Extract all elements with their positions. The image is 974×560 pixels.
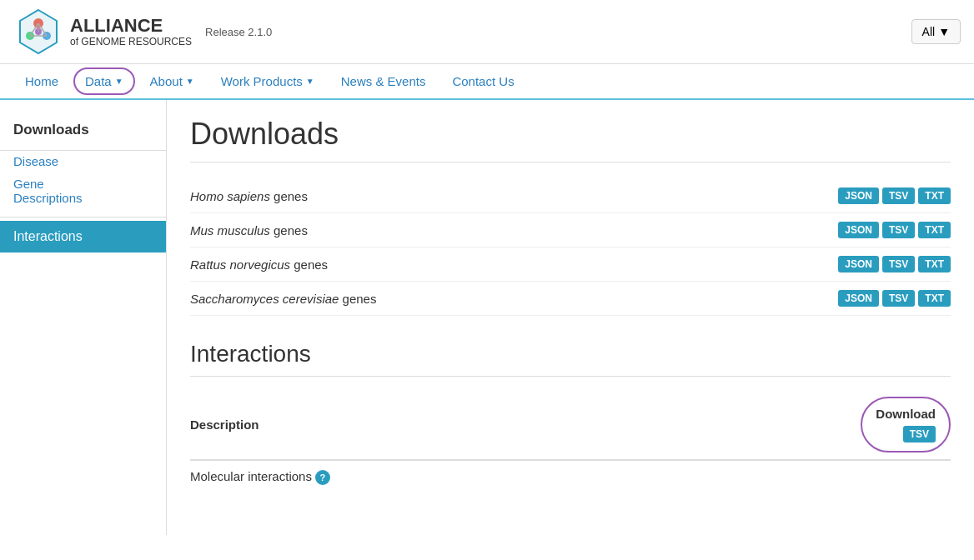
sidebar-item-interactions[interactable]: Interactions bbox=[0, 221, 166, 252]
all-label: All bbox=[922, 25, 936, 38]
nav-news-events-label: News & Events bbox=[341, 74, 426, 88]
gene-download-row: Homo sapiens genesJSONTSVTXT bbox=[190, 179, 951, 213]
main-layout: Downloads Disease GeneDescriptions Inter… bbox=[0, 100, 974, 535]
interactions-row-download bbox=[654, 460, 951, 493]
badge-tsv[interactable]: TSV bbox=[882, 256, 915, 272]
gene-download-row: Rattus norvegicus genesJSONTSVTXT bbox=[190, 248, 951, 282]
interactions-row-label: Molecular interactions? bbox=[190, 460, 654, 493]
badge-tsv[interactable]: TSV bbox=[882, 222, 915, 238]
help-icon[interactable]: ? bbox=[315, 470, 330, 485]
header-left: ALLIANCE of GENOME RESOURCES Release 2.1… bbox=[13, 7, 272, 57]
nav-contact-us-label: Contact Us bbox=[452, 74, 514, 88]
navbar: Home Data ▼ About ▼ Work Products ▼ News… bbox=[0, 64, 974, 100]
badge-txt[interactable]: TXT bbox=[918, 256, 951, 272]
gene-badge-group: JSONTSVTXT bbox=[838, 290, 951, 307]
gene-download-row: Mus musculus genesJSONTSVTXT bbox=[190, 213, 951, 248]
nav-about-label: About bbox=[150, 74, 183, 88]
gene-row-label: Saccharomyces cerevisiae genes bbox=[190, 292, 376, 306]
interactions-section: Interactions Description Download TSV bbox=[190, 341, 951, 493]
gene-badge-group: JSONTSVTXT bbox=[838, 188, 951, 204]
badge-json[interactable]: JSON bbox=[838, 256, 879, 272]
sidebar-divider-2 bbox=[0, 217, 166, 218]
badge-json[interactable]: JSON bbox=[838, 222, 879, 238]
header: ALLIANCE of GENOME RESOURCES Release 2.1… bbox=[0, 0, 974, 64]
badge-json[interactable]: JSON bbox=[838, 290, 879, 307]
logo-area: ALLIANCE of GENOME RESOURCES Release 2.1… bbox=[13, 7, 272, 57]
logo-title: ALLIANCE bbox=[70, 16, 192, 36]
interactions-badge-tsv[interactable]: TSV bbox=[903, 426, 936, 442]
all-caret-icon: ▼ bbox=[938, 25, 950, 38]
gene-badge-group: JSONTSVTXT bbox=[838, 256, 951, 272]
col-description-header: Description bbox=[190, 390, 654, 460]
nav-data-label: Data bbox=[85, 74, 112, 88]
nav-work-products[interactable]: Work Products ▼ bbox=[209, 64, 326, 98]
release-badge: Release 2.1.0 bbox=[205, 26, 272, 38]
badge-txt[interactable]: TXT bbox=[918, 188, 951, 204]
nav-about-caret-icon: ▼ bbox=[186, 77, 194, 86]
nav-work-products-label: Work Products bbox=[221, 74, 303, 88]
download-circle-highlight: Download TSV bbox=[861, 397, 951, 452]
tsv-badge-container: TSV bbox=[903, 426, 936, 442]
gene-row-label: Rattus norvegicus genes bbox=[190, 258, 328, 272]
gene-downloads-section: Homo sapiens genesJSONTSVTXTMus musculus… bbox=[190, 179, 951, 316]
gene-row-label: Homo sapiens genes bbox=[190, 189, 308, 203]
badge-txt[interactable]: TXT bbox=[918, 290, 951, 307]
header-right: All ▼ bbox=[911, 19, 961, 44]
nav-contact-us[interactable]: Contact Us bbox=[440, 64, 525, 98]
nav-home-label: Home bbox=[25, 74, 58, 88]
nav-work-products-caret-icon: ▼ bbox=[306, 77, 314, 86]
badge-tsv[interactable]: TSV bbox=[882, 188, 915, 204]
nav-about[interactable]: About ▼ bbox=[138, 64, 206, 98]
col-download-header: Download TSV bbox=[654, 390, 951, 460]
badge-txt[interactable]: TXT bbox=[918, 222, 951, 238]
interactions-table: Description Download TSV Molecular inter… bbox=[190, 390, 951, 493]
page-title: Downloads bbox=[190, 117, 951, 162]
gene-row-label: Mus musculus genes bbox=[190, 223, 308, 238]
main-content: Downloads Homo sapiens genesJSONTSVTXTMu… bbox=[167, 100, 974, 535]
nav-data[interactable]: Data ▼ bbox=[73, 68, 135, 95]
interactions-section-title: Interactions bbox=[190, 341, 951, 377]
logo-subtitle: of GENOME RESOURCES bbox=[70, 36, 192, 48]
sidebar-item-disease[interactable]: Disease bbox=[0, 146, 72, 177]
nav-data-caret-icon: ▼ bbox=[115, 77, 123, 86]
nav-news-events[interactable]: News & Events bbox=[329, 64, 438, 98]
badge-tsv[interactable]: TSV bbox=[882, 290, 915, 307]
gene-download-row: Saccharomyces cerevisiae genesJSONTSVTXT bbox=[190, 282, 951, 316]
col-download-label: Download bbox=[876, 407, 936, 421]
sidebar-header: Downloads bbox=[0, 113, 166, 147]
gene-badge-group: JSONTSVTXT bbox=[838, 222, 951, 238]
all-dropdown-button[interactable]: All ▼ bbox=[911, 19, 961, 44]
badge-json[interactable]: JSON bbox=[838, 188, 879, 204]
logo-text: ALLIANCE of GENOME RESOURCES bbox=[70, 16, 192, 48]
sidebar: Downloads Disease GeneDescriptions Inter… bbox=[0, 100, 167, 535]
logo-icon bbox=[13, 7, 63, 57]
interactions-row: Molecular interactions? bbox=[190, 460, 951, 493]
nav-home[interactable]: Home bbox=[13, 64, 70, 98]
